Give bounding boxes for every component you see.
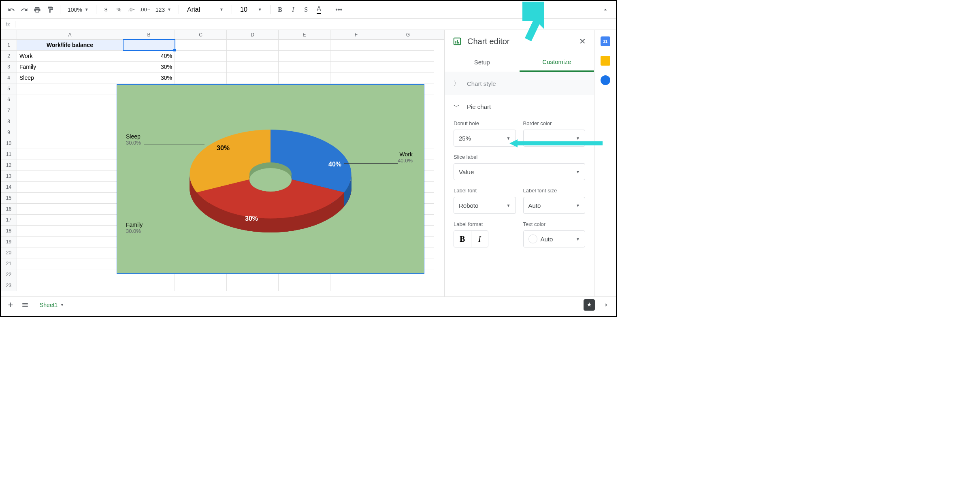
cell[interactable]: [17, 258, 123, 269]
cell[interactable]: [17, 149, 123, 160]
print-button[interactable]: [32, 4, 43, 15]
cell[interactable]: Sleep: [17, 72, 123, 83]
col-header[interactable]: F: [330, 30, 382, 39]
row-header[interactable]: 19: [1, 237, 17, 247]
cell[interactable]: Family: [17, 62, 123, 72]
cell[interactable]: [17, 83, 123, 94]
cell[interactable]: [227, 62, 279, 72]
percent-button[interactable]: %: [113, 4, 125, 15]
cell[interactable]: [279, 280, 330, 291]
cell[interactable]: [17, 138, 123, 149]
row-header[interactable]: 20: [1, 247, 17, 258]
row-header[interactable]: 2: [1, 51, 17, 62]
cell[interactable]: [279, 62, 330, 72]
select-all-corner[interactable]: [1, 30, 17, 39]
cell[interactable]: [17, 247, 123, 258]
increase-decimal-button[interactable]: .00→: [139, 4, 151, 15]
cell[interactable]: Work: [17, 51, 123, 62]
strikethrough-button[interactable]: S: [300, 4, 312, 15]
zoom-select[interactable]: 100%▼: [64, 6, 92, 13]
cell[interactable]: [330, 72, 382, 83]
cell[interactable]: [279, 72, 330, 83]
cell[interactable]: [175, 62, 227, 72]
calendar-icon[interactable]: 31: [601, 36, 610, 46]
decrease-decimal-button[interactable]: .0←: [126, 4, 138, 15]
row-header[interactable]: 21: [1, 258, 17, 269]
sheet-tab[interactable]: Sheet1▼: [34, 299, 70, 311]
cell[interactable]: [17, 105, 123, 116]
collapse-toolbar-button[interactable]: [600, 4, 611, 15]
redo-button[interactable]: [19, 4, 30, 15]
italic-toggle[interactable]: I: [471, 231, 488, 247]
border-color-select[interactable]: ▼: [523, 130, 586, 147]
row-header[interactable]: 12: [1, 160, 17, 171]
cell[interactable]: [123, 280, 175, 291]
section-chart-style[interactable]: 〉 Chart style: [445, 72, 594, 95]
add-sheet-button[interactable]: +: [5, 299, 16, 311]
text-color-select[interactable]: Auto ▼: [523, 230, 586, 247]
donut-hole-select[interactable]: 25%▼: [454, 130, 516, 147]
formula-input[interactable]: [15, 19, 616, 30]
row-header[interactable]: 14: [1, 182, 17, 193]
row-header[interactable]: 8: [1, 116, 17, 127]
paint-format-button[interactable]: [45, 4, 56, 15]
undo-button[interactable]: [6, 4, 17, 15]
cell[interactable]: [330, 40, 382, 51]
cell[interactable]: [382, 72, 434, 83]
explore-button[interactable]: [584, 299, 595, 311]
cell[interactable]: [227, 40, 279, 51]
row-header[interactable]: 1: [1, 40, 17, 51]
row-header[interactable]: 10: [1, 138, 17, 149]
cell[interactable]: [279, 51, 330, 62]
tab-setup[interactable]: Setup: [445, 53, 520, 72]
keep-icon[interactable]: [601, 56, 610, 66]
more-button[interactable]: •••: [333, 4, 345, 15]
spreadsheet-grid[interactable]: A B C D E F G 1Work/life balance2Work40%…: [1, 30, 444, 296]
cell[interactable]: [17, 193, 123, 204]
cell[interactable]: [382, 280, 434, 291]
slice-label-select[interactable]: Value▼: [454, 163, 585, 180]
cell[interactable]: [382, 62, 434, 72]
cell[interactable]: [330, 62, 382, 72]
row-header[interactable]: 6: [1, 94, 17, 105]
row-header[interactable]: 18: [1, 226, 17, 237]
cell[interactable]: [17, 127, 123, 138]
row-header[interactable]: 11: [1, 149, 17, 160]
row-header[interactable]: 17: [1, 215, 17, 226]
number-format-select[interactable]: 123▼: [152, 6, 175, 13]
row-header[interactable]: 16: [1, 204, 17, 215]
cell[interactable]: [17, 160, 123, 171]
cell[interactable]: [175, 51, 227, 62]
cell[interactable]: Work/life balance: [17, 40, 123, 51]
cell[interactable]: 40%: [123, 51, 175, 62]
cell[interactable]: [382, 51, 434, 62]
cell[interactable]: [17, 280, 123, 291]
row-header[interactable]: 9: [1, 127, 17, 138]
text-color-button[interactable]: A: [313, 4, 325, 15]
cell[interactable]: [17, 237, 123, 247]
font-select[interactable]: Arial▼: [183, 6, 228, 13]
row-header[interactable]: 7: [1, 105, 17, 116]
cell[interactable]: [382, 40, 434, 51]
row-header[interactable]: 13: [1, 171, 17, 182]
font-size-select[interactable]: 10▼: [236, 6, 266, 13]
cell[interactable]: [175, 40, 227, 51]
cell[interactable]: [17, 94, 123, 105]
row-header[interactable]: 5: [1, 83, 17, 94]
currency-button[interactable]: $: [100, 4, 112, 15]
all-sheets-button[interactable]: [19, 299, 31, 311]
cell[interactable]: [17, 182, 123, 193]
col-header[interactable]: B: [123, 30, 175, 39]
cell[interactable]: [17, 269, 123, 280]
col-header[interactable]: C: [175, 30, 227, 39]
cell[interactable]: [123, 40, 175, 51]
show-side-panel-button[interactable]: [601, 299, 612, 311]
cell[interactable]: [279, 40, 330, 51]
cell[interactable]: [175, 72, 227, 83]
cell[interactable]: [227, 51, 279, 62]
cell[interactable]: [227, 72, 279, 83]
section-pie-chart[interactable]: ﹀ Pie chart: [445, 95, 594, 118]
cell[interactable]: [227, 280, 279, 291]
col-header[interactable]: D: [227, 30, 279, 39]
label-font-select[interactable]: Roboto▼: [454, 197, 516, 214]
